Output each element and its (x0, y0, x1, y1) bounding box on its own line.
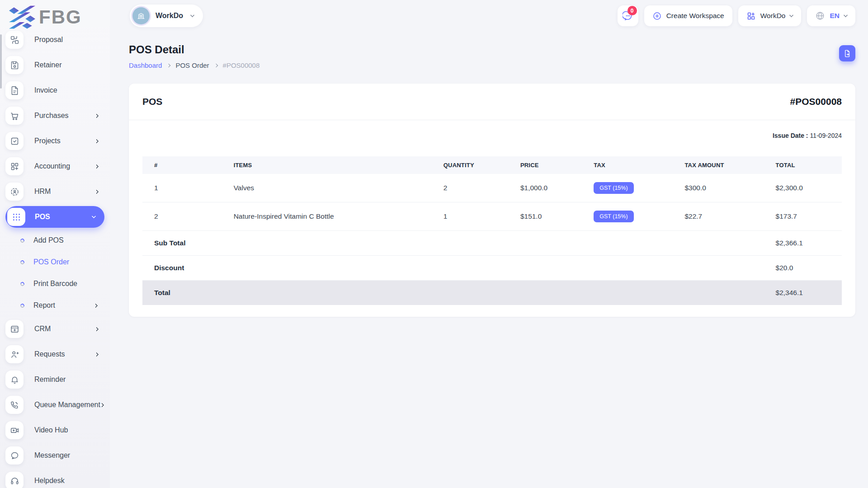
breadcrumb-current: #POS00008 (223, 61, 260, 69)
breadcrumb-pos-order[interactable]: POS Order (175, 61, 209, 69)
bullet-icon (19, 259, 25, 265)
sidebar-item-label: Invoice (34, 86, 104, 94)
sidebar-item-reminder[interactable]: Reminder (5, 367, 104, 392)
video-camera-icon (5, 421, 24, 439)
discount-label: Discount (142, 256, 769, 281)
sidebar-item-label: POS Order (33, 258, 104, 266)
sidebar-item-pos[interactable]: POS (5, 206, 104, 228)
bell-icon (5, 371, 24, 389)
card-title: POS (142, 96, 162, 107)
col-header-quantity: QUANTITY (436, 156, 513, 174)
total-value: $2,346.1 (769, 281, 842, 305)
sidebar-item-invoice[interactable]: Invoice (5, 78, 104, 103)
create-workspace-button[interactable]: Create Workspace (644, 5, 732, 26)
bullet-icon (19, 281, 25, 286)
chevron-right-icon (167, 63, 170, 67)
sidebar-item-accounting[interactable]: Accounting (5, 154, 104, 179)
sidebar-item-messenger[interactable]: Messenger (5, 443, 104, 468)
col-header-items: ITEMS (226, 156, 436, 174)
sidebar-item-label: HRM (34, 188, 95, 196)
sidebar-item-label: Purchases (34, 112, 95, 120)
items-table-wrapper: # ITEMS QUANTITY PRICE TAX TAX AMOUNT TO… (129, 139, 855, 305)
col-header-no: # (142, 156, 226, 174)
workspace-selector[interactable]: WorkDo (130, 5, 203, 27)
topbar-actions: 0 Create Workspace WorkDo EN (618, 5, 855, 26)
sidebar-item-label: Accounting (34, 162, 95, 170)
workspace-name: WorkDo (156, 12, 183, 20)
sidebar-subitem-pos-order[interactable]: POS Order (5, 251, 104, 273)
create-workspace-label: Create Workspace (666, 12, 724, 20)
cell-no: 1 (142, 174, 226, 202)
sidebar-item-label: POS (35, 213, 92, 221)
cell-price: $1,000.0 (513, 174, 586, 202)
subtotal-row: Sub Total $2,366.1 (142, 231, 842, 256)
cell-quantity: 1 (436, 202, 513, 231)
sidebar-item-helpdesk[interactable]: Helpdesk (5, 468, 104, 488)
sidebar-item-label: CRM (34, 325, 95, 333)
sidebar-item-video-hub[interactable]: Video Hub (5, 418, 104, 443)
chevron-down-icon (844, 13, 848, 18)
cell-item: Valves (226, 174, 436, 202)
pos-number: #POS00008 (790, 96, 842, 107)
sidebar-subitem-report[interactable]: Report (5, 295, 104, 316)
user-focus-icon (5, 183, 24, 201)
phone-call-icon (5, 396, 24, 414)
col-header-total: TOTAL (769, 156, 842, 174)
save-icon (5, 56, 24, 74)
sidebar-item-projects[interactable]: Projects (5, 128, 104, 154)
workspace-avatar (132, 7, 150, 24)
document-export-icon (843, 49, 852, 58)
sidebar-item-label: Report (33, 301, 94, 310)
sidebar-item-label: Reminder (34, 375, 104, 384)
sidebar-item-label: Messenger (34, 451, 104, 460)
export-button[interactable] (839, 45, 855, 61)
language-selector[interactable]: EN (807, 5, 855, 26)
checkbox-icon (5, 132, 24, 150)
sidebar-nav: Proposal Retainer Invoice (0, 27, 110, 488)
sidebar-item-label: Requests (34, 350, 95, 358)
page-header: POS Detail Dashboard POS Order #POS00008 (129, 43, 855, 69)
chevron-right-icon (214, 63, 217, 67)
subtotal-label: Sub Total (142, 231, 769, 256)
brand-logo[interactable]: FBG (0, 0, 110, 34)
sidebar-item-label: Helpdesk (34, 477, 104, 485)
pos-detail-card: POS #POS00008 Issue Date : 11-09-2024 # … (129, 84, 855, 317)
sidebar-item-crm[interactable]: CRM (5, 316, 104, 342)
sidebar-item-label: Projects (34, 137, 95, 145)
breadcrumb: Dashboard POS Order #POS00008 (129, 61, 259, 69)
sidebar-item-requests[interactable]: Requests (5, 342, 104, 367)
grid-plus-icon (5, 157, 24, 175)
chevron-down-icon (789, 13, 794, 18)
tax-badge: GST (15%) (594, 182, 633, 194)
sidebar-item-purchases[interactable]: Purchases (5, 103, 104, 128)
breadcrumb-dashboard[interactable]: Dashboard (129, 61, 162, 69)
discount-value: $20.0 (769, 256, 842, 281)
sidebar-item-label: Proposal (34, 36, 104, 44)
sidebar-item-hrm[interactable]: HRM (5, 179, 104, 204)
sidebar-item-label: Print Barcode (33, 280, 104, 288)
app-menu-button[interactable]: WorkDo (738, 5, 802, 26)
sidebar-subitem-add-pos[interactable]: Add POS (5, 230, 104, 251)
topbar: WorkDo 0 Create Workspace WorkDo (110, 0, 868, 32)
sidebar-item-queue-management[interactable]: Queue Management (5, 392, 104, 418)
cell-item: Nature-Inspired Vitamin C Bottle (226, 202, 436, 231)
bullet-icon (19, 238, 25, 243)
cell-tax-amount: $300.0 (677, 174, 768, 202)
page-title: POS Detail (129, 43, 259, 56)
chevron-right-icon (94, 303, 98, 308)
col-header-tax: TAX (586, 156, 677, 174)
plus-circle-icon (652, 11, 662, 21)
issue-date-label: Issue Date : (773, 132, 808, 139)
cell-quantity: 2 (436, 174, 513, 202)
brand-name: FBG (39, 8, 82, 27)
col-header-tax-amount: TAX AMOUNT (677, 156, 768, 174)
sidebar-subitem-print-barcode[interactable]: Print Barcode (5, 273, 104, 295)
chevron-right-icon (94, 189, 99, 194)
issue-date-value: 11-09-2024 (810, 132, 842, 139)
sidebar-item-retainer[interactable]: Retainer (5, 52, 104, 78)
cell-no: 2 (142, 202, 226, 231)
messages-button[interactable]: 0 (618, 5, 638, 26)
sidebar-item-label: Queue Management (34, 401, 100, 409)
chevron-right-icon (94, 139, 99, 143)
sidebar-scrollbar[interactable] (0, 34, 2, 89)
